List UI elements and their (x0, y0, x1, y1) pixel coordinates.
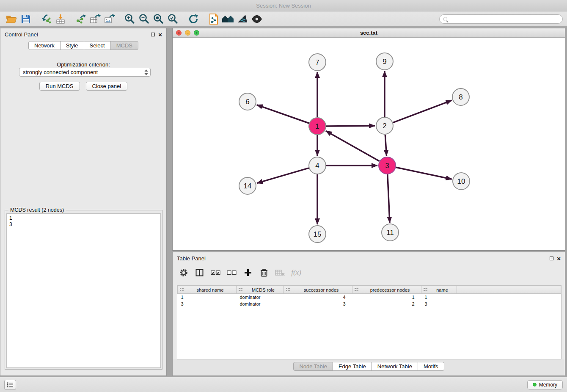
add-column-button[interactable] (241, 266, 255, 279)
delete-column-button[interactable] (273, 266, 287, 279)
tab-network[interactable]: Network (28, 41, 61, 50)
export-table-button[interactable] (88, 13, 102, 25)
table-cell[interactable]: dominator (237, 294, 284, 301)
graph-edge-2-3[interactable] (385, 135, 386, 156)
save-session-button[interactable] (19, 13, 33, 25)
close-window-icon[interactable]: × (176, 30, 182, 36)
table-cell[interactable]: 1 (421, 294, 457, 301)
zoom-window-icon[interactable]: + (194, 30, 199, 36)
graph-node-4[interactable]: 4 (309, 157, 326, 174)
column-header-name[interactable]: name (421, 286, 457, 294)
eye-icon (251, 14, 263, 24)
column-header-shared-name[interactable]: shared name (178, 286, 237, 294)
open-folder-icon (6, 14, 17, 24)
graph-node-11[interactable]: 11 (382, 224, 399, 241)
tab-style[interactable]: Style (60, 41, 84, 50)
refresh-button[interactable] (186, 13, 201, 25)
tab-mcds[interactable]: MCDS (110, 41, 138, 50)
network-file-button[interactable] (206, 13, 221, 25)
table-cell[interactable]: 3 (421, 301, 457, 307)
gear-icon (179, 268, 188, 277)
select-all-button[interactable] (209, 266, 223, 279)
graph-node-7[interactable]: 7 (309, 54, 326, 71)
table-cell[interactable]: 4 (284, 294, 352, 301)
result-item[interactable]: 1 (9, 215, 158, 221)
delete-row-button[interactable] (257, 266, 271, 279)
export-network-button[interactable] (74, 13, 88, 25)
column-header-successor-nodes[interactable]: successor nodes (284, 286, 352, 294)
graph-node-15[interactable]: 15 (309, 226, 326, 243)
graph-edge-1-6[interactable] (257, 105, 309, 123)
eye-button[interactable] (250, 13, 264, 25)
memory-button[interactable]: Memory (527, 380, 563, 389)
graph-edge-4-14[interactable] (257, 168, 309, 183)
tab-motifs[interactable]: Motifs (418, 362, 444, 371)
style-button[interactable] (235, 13, 250, 25)
table-cell[interactable]: dominator (237, 301, 284, 307)
open-session-button[interactable] (4, 13, 19, 25)
zoom-in-button[interactable] (123, 13, 137, 25)
tab-network-table[interactable]: Network Table (372, 362, 418, 371)
close-panel-button[interactable]: Close panel (86, 82, 128, 91)
import-table-button[interactable] (53, 13, 68, 25)
column-header-MCDS-role[interactable]: MCDS role (237, 286, 284, 294)
graph-node-14[interactable]: 14 (239, 177, 256, 194)
graph-node-3[interactable]: 3 (379, 157, 396, 174)
table-panel: Table Panel × (172, 252, 565, 376)
table-settings-button[interactable] (177, 266, 190, 279)
import-network-button[interactable] (39, 13, 53, 25)
float-table-panel-icon[interactable] (550, 257, 553, 260)
network-window-title: scc.txt (173, 30, 565, 36)
close-panel-icon[interactable]: × (158, 31, 162, 38)
table-row[interactable]: 1dominator411 (178, 294, 561, 301)
graph-node-9[interactable]: 9 (376, 53, 393, 70)
table-cell[interactable]: 2 (352, 301, 421, 307)
unselect-all-button[interactable] (225, 266, 239, 279)
mcds-result-list[interactable]: 13 (6, 213, 161, 368)
list-icon (7, 382, 14, 388)
show-panels-button[interactable] (4, 380, 16, 390)
column-header-predecessor-nodes[interactable]: predecessor nodes (352, 286, 421, 294)
float-panel-icon[interactable] (151, 33, 155, 36)
minimize-window-icon[interactable]: − (185, 30, 190, 36)
workspace: Control Panel × NetworkStyleSelectMCDS O… (0, 27, 567, 377)
graph-node-10[interactable]: 10 (453, 173, 470, 190)
zoom-selected-button[interactable] (166, 13, 180, 25)
search-box[interactable] (439, 14, 563, 24)
table-cell[interactable]: 1 (178, 294, 237, 301)
tab-edge-table[interactable]: Edge Table (333, 362, 372, 371)
graph-edge-1-2[interactable] (326, 126, 375, 126)
table-cell[interactable]: 1 (352, 294, 421, 301)
zoom-out-button[interactable] (137, 13, 151, 25)
graph-edge-3-11[interactable] (388, 174, 390, 223)
table-cell[interactable]: 3 (284, 301, 352, 307)
run-mcds-button[interactable]: Run MCDS (39, 82, 80, 91)
zoom-fit-button[interactable] (151, 13, 166, 25)
control-panel: Control Panel × NetworkStyleSelectMCDS O… (0, 28, 167, 376)
export-image-button[interactable] (102, 13, 117, 25)
graph-edge-3-10[interactable] (396, 167, 452, 179)
home-button[interactable] (221, 13, 235, 25)
function-builder-button[interactable]: f(x) (289, 266, 303, 279)
node-table[interactable]: shared nameMCDS rolesuccessor nodesprede… (177, 285, 561, 359)
graph-node-8[interactable]: 8 (452, 88, 469, 105)
mcds-result-group: MCDS result (2 nodes) 13 (5, 210, 162, 370)
graph-node-2[interactable]: 2 (376, 117, 393, 134)
graph-edge-3-1[interactable] (326, 131, 380, 161)
export-network-icon (75, 14, 86, 24)
network-canvas[interactable]: 7968124314101511 (173, 38, 565, 250)
tab-node-table[interactable]: Node Table (293, 362, 333, 371)
graph-node-1[interactable]: 1 (309, 118, 326, 135)
status-bar: Memory (0, 377, 567, 392)
search-input[interactable] (450, 16, 559, 22)
close-table-panel-icon[interactable]: × (557, 255, 561, 262)
show-columns-button[interactable] (193, 266, 206, 279)
criterion-dropdown[interactable]: strongly connected component (19, 68, 151, 77)
table-row[interactable]: 3dominator323 (178, 301, 561, 307)
table-cell[interactable]: 3 (178, 301, 237, 307)
result-item[interactable]: 3 (9, 221, 158, 228)
graph-edge-2-8[interactable] (393, 100, 452, 123)
tab-select[interactable]: Select (84, 41, 111, 50)
save-icon (21, 14, 31, 24)
graph-node-6[interactable]: 6 (239, 93, 256, 110)
